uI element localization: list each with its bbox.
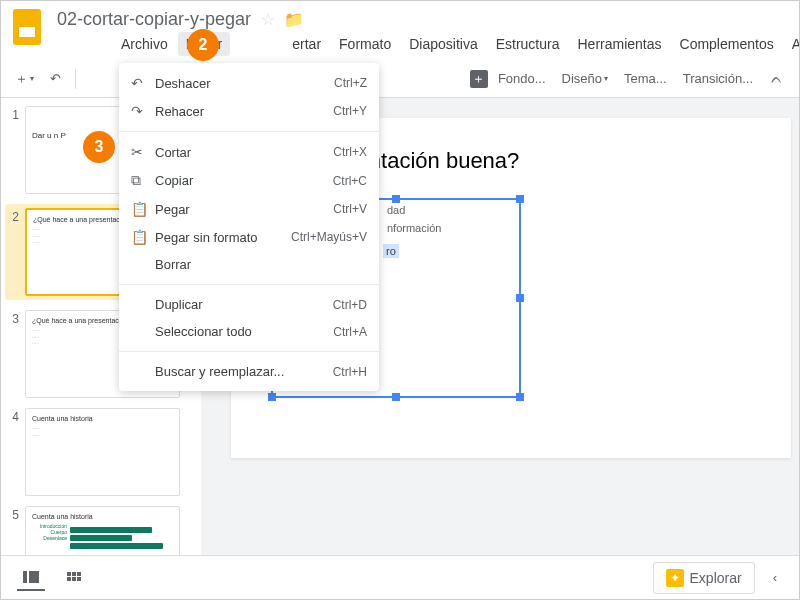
menu-ayuda[interactable]: Ayuda [784,32,800,56]
menu-estructura[interactable]: Estructura [488,32,568,56]
grid-view-icon[interactable] [61,566,87,590]
svg-rect-2 [23,571,27,583]
svg-rect-4 [67,572,71,576]
callout-3: 3 [83,131,115,163]
resize-handle[interactable] [516,195,524,203]
svg-rect-5 [72,572,76,576]
resize-handle[interactable] [392,393,400,401]
slide-number: 3 [5,310,25,398]
explore-button[interactable]: ✦ Explorar [653,562,755,594]
menu-item-buscar-y-reemplazar-[interactable]: Buscar y reemplazar...Ctrl+H [119,358,379,385]
resize-handle[interactable] [516,294,524,302]
menu-item-seleccionar-todo[interactable]: Seleccionar todoCtrl+A [119,318,379,345]
svg-rect-6 [77,572,81,576]
textbox-line: nformación [383,218,519,238]
menu-item-duplicar[interactable]: DuplicarCtrl+D [119,291,379,318]
undo-button[interactable]: ↶ [44,67,67,90]
edit-dropdown: ↶DeshacerCtrl+Z↷RehacerCtrl+Y✂CortarCtrl… [119,63,379,391]
bottom-bar: ✦ Explorar ‹ [1,555,799,599]
callout-2: 2 [187,29,219,61]
menu-item-rehacer[interactable]: ↷RehacerCtrl+Y [119,97,379,125]
add-box-button[interactable]: ＋ [470,70,488,88]
menu-herramientas[interactable]: Herramientas [569,32,669,56]
slides-logo[interactable] [13,9,49,45]
menu-item-pegar[interactable]: 📋PegarCtrl+V [119,195,379,223]
svg-rect-7 [67,577,71,581]
textbox-line: dad [383,200,519,220]
filmstrip-view-icon[interactable] [17,565,45,591]
svg-rect-8 [72,577,76,581]
resize-handle[interactable] [268,393,276,401]
star-icon[interactable]: ☆ [261,10,275,29]
tema-button[interactable]: Tema... [618,67,673,90]
new-slide-button[interactable]: ＋ ▾ [9,66,40,92]
doc-title[interactable]: 02-cortar-copiar-y-pegar [57,9,251,30]
transicion-button[interactable]: Transición... [677,67,759,90]
slide-number: 2 [5,208,25,296]
menu-item-deshacer[interactable]: ↶DeshacerCtrl+Z [119,69,379,97]
fondo-button[interactable]: Fondo... [492,67,552,90]
resize-handle[interactable] [392,195,400,203]
menu-item-borrar[interactable]: Borrar [119,251,379,278]
folder-icon[interactable]: 📁 [284,10,304,29]
menubar: Archivo Editar ertar Formato Diapositiva… [57,30,800,60]
textbox-highlight: ro [383,244,399,258]
menu-item-cortar[interactable]: ✂CortarCtrl+X [119,138,379,166]
svg-rect-3 [29,571,39,583]
expand-sidepanel-icon[interactable]: ‹ [767,564,783,591]
diseno-button[interactable]: Diseño▾ [556,67,614,90]
menu-item-copiar[interactable]: ⧉CopiarCtrl+C [119,166,379,195]
menu-diapositiva[interactable]: Diapositiva [401,32,485,56]
resize-handle[interactable] [516,393,524,401]
menu-complementos[interactable]: Complementos [672,32,782,56]
menu-archivo[interactable]: Archivo [113,32,176,56]
menu-item-pegar-sin-formato[interactable]: 📋Pegar sin formatoCtrl+Mayús+V [119,223,379,251]
explore-icon: ✦ [666,569,684,587]
menu-insertar[interactable]: ertar [284,32,329,56]
slide-number: 4 [5,408,25,496]
menu-formato[interactable]: Formato [331,32,399,56]
slide-number: 1 [5,106,25,194]
collapse-toolbar-icon[interactable]: ᨈ [763,66,791,91]
svg-rect-9 [77,577,81,581]
slide-thumb-4[interactable]: Cuenta una historia ·········· [25,408,180,496]
